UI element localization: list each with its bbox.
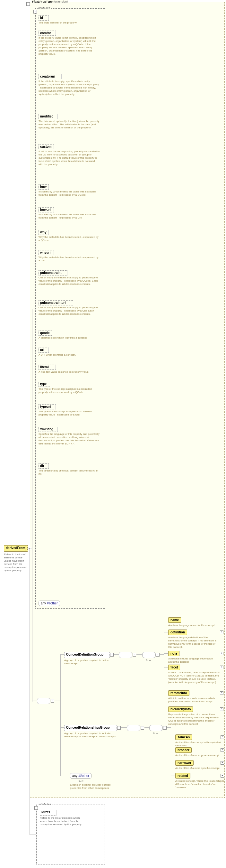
sequence-connector[interactable]: ··· — [119, 652, 132, 658]
attribute-idrefs[interactable]: idrefs — [40, 810, 57, 815]
attribute-xml-lang[interactable]: xml:lang — [39, 427, 58, 432]
element-sameAs[interactable]: sameAs+An identifier of a concept with e… — [175, 735, 223, 747]
attribute-literal[interactable]: literal — [39, 365, 56, 370]
attribute-pubconstrainturi[interactable]: pubconstrainturi — [39, 300, 73, 305]
element-note[interactable]: note+Additional natural language informa… — [168, 651, 223, 663]
element-desc: A link to an item or a web resource whic… — [168, 697, 220, 703]
group-ConceptDefinitionGroup[interactable]: ConceptDefinitionGroup — [64, 652, 110, 658]
expand-icon[interactable]: - — [141, 726, 144, 730]
attribute-label: pubconstrainturi — [39, 301, 73, 305]
sequence-connector[interactable]: ··· — [127, 725, 140, 731]
attribute-whyuri[interactable]: whyuri — [39, 250, 54, 255]
attribute-label: why — [39, 230, 48, 234]
attribute-dir[interactable]: dir — [39, 463, 49, 469]
attribute-label: modified — [39, 114, 58, 118]
element-remoteInfo[interactable]: remoteInfo+A link to an item or a web re… — [168, 690, 223, 703]
element-label: name — [168, 617, 181, 623]
element-definition[interactable]: definition+A natural language definition… — [168, 629, 223, 649]
attribute-uri[interactable]: uri — [39, 348, 49, 353]
group-ConceptRelationshipsGroup[interactable]: ConceptRelationshipsGroup — [64, 725, 117, 731]
element-desc: Additional natural language information … — [168, 657, 220, 663]
attribute-desc: Indicates by which means the value was e… — [39, 213, 100, 219]
element-label: facet — [168, 664, 180, 670]
any-other-element: any ##other — [70, 773, 91, 778]
expand-icon[interactable]: - — [133, 653, 136, 656]
sequence-connector[interactable]: ··· — [37, 698, 50, 704]
expand-icon[interactable]: + — [220, 691, 223, 695]
expand-icon[interactable]: + — [220, 652, 223, 655]
element-desc: In NAR 1.8 and later, facet is deprecate… — [168, 671, 220, 684]
collapse-icon[interactable]: - — [33, 10, 37, 13]
expand-icon[interactable]: - — [117, 726, 121, 730]
attribute-how[interactable]: how — [39, 184, 49, 190]
element-label: hierarchyInfo — [168, 707, 193, 712]
attribute-desc: The type of the concept assigned as cont… — [39, 388, 100, 394]
attribute-desc: The type of the concept assigned as cont… — [39, 410, 100, 416]
element-name[interactable]: nameA natural language name for the conc… — [168, 617, 223, 627]
expand-icon[interactable]: + — [221, 761, 224, 765]
attribute-typeuri[interactable]: typeuri — [39, 404, 56, 409]
attribute-qcode[interactable]: qcode — [39, 331, 52, 336]
element-related[interactable]: related+A related concept, where the rel… — [175, 773, 223, 789]
element-facet[interactable]: facet+In NAR 1.8 and later, facet is dep… — [168, 664, 223, 684]
attribute-label: creator — [39, 31, 55, 35]
element-label: sameAs — [175, 735, 192, 740]
attribute-label: pubconstraint — [39, 271, 67, 275]
sequence-connector[interactable]: ··· — [149, 725, 163, 731]
element-label: broader — [175, 747, 192, 753]
attribute-howuri[interactable]: howuri — [39, 207, 54, 212]
attribute-modified[interactable]: modified — [39, 114, 58, 119]
expand-icon[interactable]: + — [220, 665, 223, 669]
sequence-connector[interactable]: ··· — [142, 652, 156, 658]
element-desc: An identifier of a concept with equivale… — [175, 741, 226, 747]
element-desc: A natural language name for the concept. — [168, 624, 220, 627]
attribute-label: dir — [39, 464, 48, 468]
attribute-desc: A URI which identifies a concept. — [39, 353, 100, 356]
any-other-desc: Extension point for provider-defined pro… — [70, 783, 115, 790]
element-label: remoteInfo — [168, 690, 189, 696]
element-derivedFrom[interactable]: derivedFrom - — [4, 545, 28, 552]
attribute-label: creatoruri — [39, 74, 61, 79]
cardinality: 0..∞ — [146, 659, 151, 662]
attribute-id[interactable]: id — [39, 16, 49, 21]
attribute-label: id — [39, 16, 48, 20]
attribute-creator[interactable]: creator — [39, 31, 56, 36]
attribute-desc: Specifies the language of this property … — [39, 433, 100, 445]
attribute-type[interactable]: type — [39, 382, 50, 387]
expand-icon[interactable]: + — [221, 748, 224, 752]
attribute-pubconstraint[interactable]: pubconstraint — [39, 270, 67, 276]
collapse-icon[interactable]: - — [26, 2, 30, 6]
group-desc: A group of properties required to indica… — [64, 732, 116, 738]
attribute-desc: If the property value is not defined, sp… — [39, 36, 100, 56]
attribute-desc: The date (and, optionally, the time) whe… — [39, 120, 100, 129]
group-desc: A group of properties required to define… — [64, 659, 109, 665]
attribute-desc: One or many constraints that apply to pu… — [39, 276, 100, 286]
element-narrower[interactable]: narrower+An identifier of a more specifi… — [175, 760, 223, 770]
attribute-why[interactable]: why — [39, 230, 49, 235]
expand-icon[interactable]: - — [51, 699, 54, 703]
expand-icon[interactable]: - — [110, 653, 114, 656]
attribute-label: qcode — [39, 331, 52, 335]
attribute-desc: Why the metadata has been included - exp… — [39, 256, 100, 262]
attribute-desc: A free-text value assigned as property v… — [39, 370, 100, 374]
expand-icon[interactable]: + — [220, 630, 223, 634]
element-broader[interactable]: broader+An identifier of a more generic … — [175, 747, 223, 757]
attribute-desc: A qualified code which identifies a conc… — [39, 336, 100, 340]
element-hierarchyInfo[interactable]: hierarchyInfo+Represents the position of… — [168, 707, 223, 726]
expand-icon[interactable]: - — [156, 653, 159, 656]
expand-icon[interactable]: + — [221, 774, 224, 778]
element-desc: An identifier of a more generic concept. — [175, 754, 226, 757]
expand-icon[interactable]: + — [220, 707, 223, 711]
attribute-label: custom — [39, 145, 53, 149]
cardinality: 0..∞ — [79, 779, 83, 782]
attribute-custom[interactable]: custom — [39, 144, 54, 149]
expand-icon[interactable]: + — [221, 735, 224, 739]
expand-icon[interactable]: - — [163, 726, 166, 730]
element-label: related — [175, 773, 190, 778]
attribute-label: whyuri — [39, 250, 53, 255]
attribute-creatoruri[interactable]: creatoruri — [39, 74, 62, 79]
any-other-attr: any ##other — [39, 600, 60, 606]
collapse-icon[interactable]: - — [34, 806, 38, 810]
element-label: derivedFrom — [4, 546, 27, 550]
group-label: ConceptRelationshipsGroup — [65, 725, 116, 730]
